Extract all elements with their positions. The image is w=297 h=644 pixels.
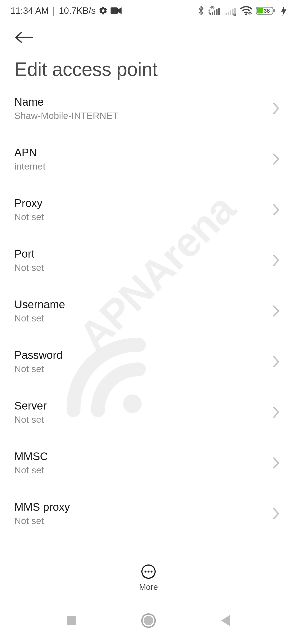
- header: Edit access point: [0, 19, 297, 83]
- setting-title: MMS proxy: [14, 501, 70, 513]
- signal-nosim-icon: ✕: [224, 6, 237, 16]
- svg-text:4G: 4G: [210, 6, 215, 9]
- setting-value: Not set: [14, 212, 44, 222]
- video-camera-icon: [111, 7, 122, 15]
- back-button[interactable]: [14, 25, 283, 58]
- setting-value: internet: [14, 161, 45, 172]
- settings-list: NameShaw-Mobile-INTERNETAPNinternetProxy…: [0, 83, 297, 539]
- setting-title: Password: [14, 349, 63, 361]
- battery-icon: 38: [256, 6, 277, 16]
- bluetooth-icon: [197, 6, 205, 16]
- nav-home-button[interactable]: [139, 611, 158, 630]
- svg-rect-10: [230, 10, 231, 15]
- setting-value: Shaw-Mobile-INTERNET: [14, 110, 118, 121]
- svg-point-21: [147, 571, 149, 573]
- nav-recent-button[interactable]: [62, 611, 81, 630]
- chevron-right-icon: [272, 457, 280, 469]
- nav-back-button[interactable]: [216, 611, 235, 630]
- setting-row-name[interactable]: NameShaw-Mobile-INTERNET: [14, 83, 283, 134]
- chevron-right-icon: [272, 507, 280, 520]
- wifi-icon: [240, 6, 252, 16]
- setting-row-text: PortNot set: [14, 248, 44, 273]
- charging-bolt-icon: [281, 6, 287, 16]
- status-time: 11:34 AM: [10, 6, 49, 16]
- triangle-left-icon: [220, 615, 231, 627]
- status-right: 4G ✕: [197, 6, 287, 16]
- svg-rect-7: [218, 8, 220, 15]
- svg-rect-8: [226, 13, 227, 15]
- setting-value: Not set: [14, 262, 44, 273]
- settings-gear-icon: [98, 6, 108, 15]
- setting-title: Name: [14, 96, 118, 108]
- page-title: Edit access point: [14, 58, 283, 80]
- svg-point-14: [245, 13, 247, 15]
- svg-point-22: [150, 571, 152, 573]
- svg-rect-23: [67, 616, 76, 625]
- setting-row-proxy[interactable]: ProxyNot set: [14, 184, 283, 235]
- square-icon: [66, 615, 77, 626]
- signal-4g-icon: 4G: [208, 6, 221, 16]
- setting-value: Not set: [14, 465, 48, 476]
- more-button[interactable]: More: [139, 564, 158, 592]
- chevron-right-icon: [272, 305, 280, 317]
- svg-rect-3: [210, 13, 211, 15]
- setting-title: MMSC: [14, 450, 48, 463]
- svg-rect-18: [257, 8, 263, 13]
- more-label: More: [139, 582, 158, 592]
- setting-row-text: MMSCNot set: [14, 450, 48, 476]
- setting-title: Proxy: [14, 197, 44, 209]
- setting-row-username[interactable]: UsernameNot set: [14, 286, 283, 336]
- svg-rect-6: [216, 9, 218, 15]
- svg-rect-1: [111, 7, 118, 14]
- setting-title: Username: [14, 298, 65, 311]
- chevron-right-icon: [272, 102, 280, 114]
- setting-title: Server: [14, 400, 47, 412]
- svg-rect-4: [212, 12, 213, 15]
- setting-title: Port: [14, 248, 44, 260]
- setting-row-text: NameShaw-Mobile-INTERNET: [14, 96, 118, 121]
- svg-rect-9: [228, 12, 229, 15]
- circle-icon: [141, 613, 156, 628]
- chevron-right-icon: [272, 153, 280, 165]
- setting-row-text: PasswordNot set: [14, 349, 63, 374]
- setting-row-text: ProxyNot set: [14, 197, 44, 222]
- setting-row-text: UsernameNot set: [14, 298, 65, 324]
- chevron-right-icon: [272, 406, 280, 418]
- battery-level: 38: [264, 8, 270, 14]
- setting-row-server[interactable]: ServerNot set: [14, 387, 283, 438]
- setting-row-mmsc[interactable]: MMSCNot set: [14, 438, 283, 488]
- chevron-right-icon: [272, 204, 280, 216]
- setting-value: Not set: [14, 414, 47, 425]
- setting-row-mms-proxy[interactable]: MMS proxyNot set: [14, 488, 283, 539]
- status-left: 11:34 AM | 10.7KB/s: [10, 6, 122, 16]
- setting-row-text: MMS proxyNot set: [14, 501, 70, 526]
- status-bar: 11:34 AM | 10.7KB/s 4G ✕: [0, 0, 297, 19]
- setting-row-text: ServerNot set: [14, 400, 47, 425]
- status-divider: |: [53, 6, 55, 16]
- setting-value: Not set: [14, 364, 63, 374]
- chevron-right-icon: [272, 254, 280, 266]
- svg-text:✕: ✕: [233, 14, 237, 16]
- more-circle-icon: [141, 564, 156, 579]
- chevron-right-icon: [272, 356, 280, 368]
- svg-point-25: [144, 616, 153, 625]
- svg-point-20: [144, 571, 146, 573]
- android-nav-bar: [0, 597, 297, 644]
- bottom-action-bar: More: [0, 542, 297, 597]
- setting-value: Not set: [14, 313, 65, 324]
- setting-title: APN: [14, 146, 45, 159]
- arrow-left-icon: [14, 31, 34, 44]
- status-net-speed: 10.7KB/s: [59, 6, 96, 16]
- setting-value: Not set: [14, 515, 70, 526]
- setting-row-apn[interactable]: APNinternet: [14, 134, 283, 184]
- setting-row-port[interactable]: PortNot set: [14, 235, 283, 286]
- svg-rect-5: [214, 10, 215, 15]
- svg-rect-17: [273, 9, 275, 12]
- setting-row-text: APNinternet: [14, 146, 45, 172]
- setting-row-password[interactable]: PasswordNot set: [14, 336, 283, 387]
